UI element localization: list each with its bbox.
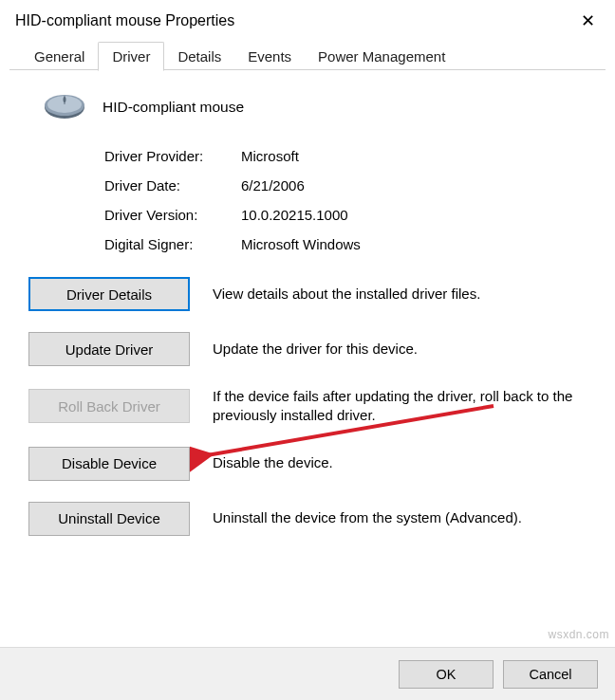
driver-actions: Driver Details View details about the in… (28, 277, 587, 536)
tab-details[interactable]: Details (164, 43, 234, 70)
dialog-footer: OK Cancel (0, 647, 615, 700)
driver-details-desc: View details about the installed driver … (213, 285, 587, 304)
roll-back-driver-button: Roll Back Driver (28, 389, 190, 423)
close-icon[interactable]: ✕ (573, 12, 602, 29)
device-name: HID-compliant mouse (102, 99, 244, 116)
driver-panel: HID-compliant mouse Driver Provider: Mic… (0, 70, 615, 566)
tab-driver[interactable]: Driver (98, 42, 164, 71)
signer-label: Digital Signer: (104, 236, 241, 252)
tab-general[interactable]: General (21, 43, 98, 70)
update-driver-button[interactable]: Update Driver (28, 332, 190, 366)
provider-label: Driver Provider: (104, 148, 241, 164)
tab-events[interactable]: Events (234, 43, 305, 70)
signer-value: Microsoft Windows (241, 236, 361, 252)
tab-strip: General Driver Details Events Power Mana… (0, 38, 615, 70)
device-header: HID-compliant mouse (42, 91, 587, 123)
window-title: HID-compliant mouse Properties (15, 12, 234, 29)
svg-point-3 (64, 97, 66, 102)
ok-button[interactable]: OK (399, 660, 494, 689)
titlebar: HID-compliant mouse Properties ✕ (0, 0, 615, 38)
driver-details-button[interactable]: Driver Details (28, 277, 190, 311)
provider-value: Microsoft (241, 148, 299, 164)
disable-device-desc: Disable the device. (213, 453, 587, 472)
tab-power-management[interactable]: Power Management (305, 43, 458, 70)
uninstall-device-button[interactable]: Uninstall Device (28, 502, 190, 536)
disable-device-button[interactable]: Disable Device (28, 447, 190, 481)
watermark: wsxdn.com (548, 628, 609, 641)
update-driver-desc: Update the driver for this device. (213, 340, 587, 359)
version-value: 10.0.20215.1000 (241, 207, 348, 223)
uninstall-device-desc: Uninstall the device from the system (Ad… (213, 508, 587, 527)
driver-info: Driver Provider: Microsoft Driver Date: … (104, 148, 587, 252)
date-label: Driver Date: (104, 177, 241, 193)
mouse-icon (42, 91, 87, 123)
date-value: 6/21/2006 (241, 177, 305, 193)
cancel-button[interactable]: Cancel (503, 660, 598, 689)
roll-back-driver-desc: If the device fails after updating the d… (213, 387, 587, 426)
version-label: Driver Version: (104, 207, 241, 223)
